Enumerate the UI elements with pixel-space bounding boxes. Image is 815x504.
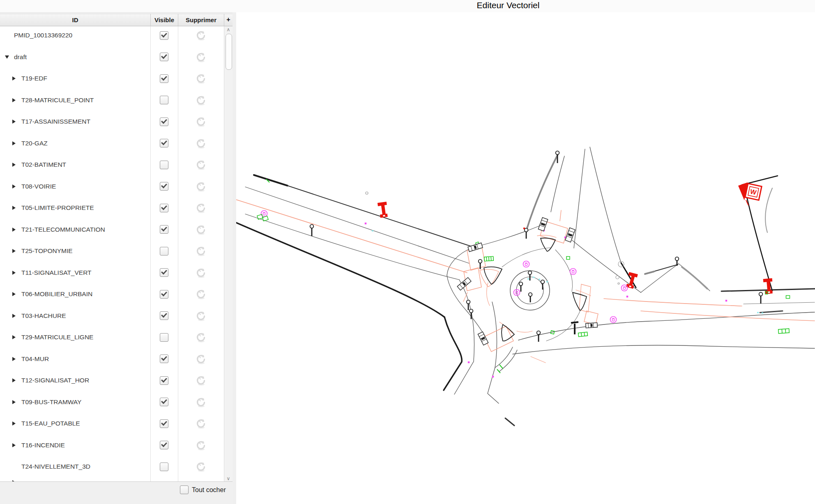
visible-checkbox[interactable] <box>160 53 168 61</box>
magenta-dot <box>626 296 628 297</box>
visible-checkbox[interactable] <box>160 139 168 147</box>
delete-restore-icon[interactable] <box>195 202 207 214</box>
delete-restore-icon[interactable] <box>195 180 207 193</box>
visible-checkbox[interactable] <box>160 398 168 406</box>
expand-arrow-right-icon[interactable] <box>12 141 16 145</box>
magenta-marker-icon <box>622 285 628 291</box>
expand-arrow-right-icon[interactable] <box>12 184 16 189</box>
layer-label: T19-EDF <box>21 75 47 82</box>
visible-checkbox[interactable] <box>160 419 168 428</box>
delete-restore-icon[interactable] <box>195 159 207 171</box>
delete-restore-icon[interactable] <box>195 331 207 343</box>
check-all-control[interactable]: Tout cocher <box>180 486 226 494</box>
magenta-marker-icon <box>514 290 520 296</box>
layer-row: T03-HACHURE <box>0 305 224 327</box>
delete-restore-icon[interactable] <box>195 353 207 365</box>
expand-arrow-box <box>12 314 21 318</box>
delete-restore-icon[interactable] <box>195 374 207 387</box>
delete-restore-icon[interactable] <box>195 115 207 128</box>
expand-arrow-right-icon[interactable] <box>12 421 16 426</box>
layer-table-header: ID Visible Supprimer + <box>0 14 233 26</box>
visible-checkbox[interactable] <box>160 74 168 83</box>
road-line <box>454 280 474 394</box>
add-layer-button[interactable]: + <box>224 14 233 26</box>
surface-marking-orange <box>560 210 561 221</box>
visible-checkbox[interactable] <box>160 290 168 299</box>
street-furniture-icon <box>468 243 483 251</box>
delete-restore-icon[interactable] <box>195 245 207 257</box>
expand-arrow-right-icon[interactable] <box>12 98 16 102</box>
surface-marking-orange <box>579 284 591 312</box>
expand-arrow-right-icon[interactable] <box>12 228 16 232</box>
visible-checkbox[interactable] <box>160 311 168 320</box>
visible-checkbox[interactable] <box>160 225 168 234</box>
layer-label: T12-SIGNALISAT_HOR <box>21 377 89 384</box>
delete-restore-icon[interactable] <box>195 223 207 236</box>
layer-row: T19-EDF <box>0 68 224 90</box>
delete-restore-icon[interactable] <box>195 310 207 322</box>
layer-row: T06-MOBILIER_URBAIN <box>0 283 224 305</box>
delete-restore-icon[interactable] <box>195 72 207 85</box>
delete-restore-icon[interactable] <box>195 94 207 106</box>
delete-restore-icon[interactable] <box>195 460 207 473</box>
visible-checkbox[interactable] <box>160 441 168 449</box>
visible-checkbox[interactable] <box>160 31 168 40</box>
scrollbar-thumb[interactable] <box>226 34 232 70</box>
cyan-dot <box>757 312 759 313</box>
expand-arrow-right-icon[interactable] <box>12 314 16 318</box>
road-line <box>444 317 462 390</box>
green-square-marking <box>786 296 790 299</box>
visible-checkbox[interactable] <box>160 463 168 471</box>
layer-label: draft <box>14 53 27 61</box>
delete-restore-icon[interactable] <box>195 267 207 279</box>
road-line <box>590 147 621 263</box>
expand-arrow-right-icon[interactable] <box>12 249 16 253</box>
green-square-marking <box>566 257 570 260</box>
expand-arrow-right-icon[interactable] <box>12 335 16 339</box>
layer-list-scrollbar[interactable]: ∧ ∨ <box>224 26 233 482</box>
visible-checkbox[interactable] <box>160 182 168 191</box>
scroll-down-arrow[interactable]: ∨ <box>224 475 233 482</box>
expand-arrow-right-icon[interactable] <box>12 76 16 81</box>
scroll-up-arrow[interactable]: ∧ <box>224 26 233 33</box>
delete-restore-icon[interactable] <box>195 439 207 451</box>
visible-checkbox[interactable] <box>160 333 168 342</box>
delete-restore-icon[interactable] <box>195 137 207 150</box>
road-line <box>574 149 585 248</box>
app-window: Editeur Vectoriel ID Visible Supprimer +… <box>0 0 815 504</box>
vector-canvas[interactable]: W <box>236 12 815 504</box>
cyan-dot <box>539 279 540 280</box>
visible-checkbox[interactable] <box>160 376 168 385</box>
expand-arrow-down-icon[interactable] <box>5 55 9 59</box>
delete-restore-icon[interactable] <box>195 29 207 41</box>
expand-arrow-right-icon[interactable] <box>12 357 16 361</box>
cyan-dot <box>527 278 529 280</box>
expand-arrow-right-icon[interactable] <box>12 163 16 167</box>
lamp-post-icon <box>529 293 532 302</box>
visible-checkbox[interactable] <box>160 247 168 255</box>
check-all-checkbox[interactable] <box>180 486 189 494</box>
visible-checkbox[interactable] <box>160 96 168 104</box>
visible-checkbox[interactable] <box>160 268 168 277</box>
visible-checkbox[interactable] <box>160 161 168 169</box>
visible-checkbox[interactable] <box>160 204 168 212</box>
expand-arrow-right-icon[interactable] <box>12 120 16 124</box>
expand-arrow-right-icon[interactable] <box>12 271 16 275</box>
visible-checkbox[interactable] <box>160 354 168 363</box>
cyan-dot <box>546 281 548 283</box>
expand-arrow-right-icon[interactable] <box>12 378 16 382</box>
layer-label: T11-SIGNALISAT_VERT <box>21 269 92 276</box>
magenta-dot <box>468 361 470 363</box>
column-header-supprimer: Supprimer <box>178 14 224 26</box>
delete-restore-icon[interactable] <box>195 288 207 300</box>
expand-arrow-right-icon[interactable] <box>12 206 16 210</box>
expand-arrow-box <box>12 98 21 102</box>
delete-restore-icon[interactable] <box>195 51 207 63</box>
expand-arrow-right-icon[interactable] <box>12 400 16 404</box>
expand-arrow-right-icon[interactable] <box>12 443 16 447</box>
delete-restore-icon[interactable] <box>195 396 207 408</box>
expand-arrow-right-icon[interactable] <box>12 292 16 296</box>
visible-checkbox[interactable] <box>160 117 168 126</box>
delete-restore-icon[interactable] <box>195 417 207 430</box>
panel-canvas-divider <box>233 12 236 504</box>
